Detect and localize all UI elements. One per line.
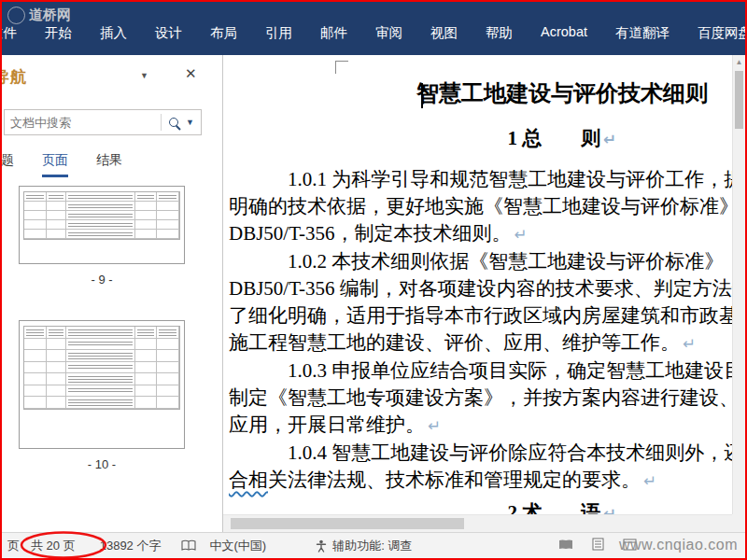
thumbnail-cell [24, 385, 47, 398]
text-cursor [421, 83, 423, 108]
thumbnail-cell [135, 192, 158, 202]
thumbnail-table [23, 191, 180, 240]
nav-tab-结果[interactable]: 结果 [96, 152, 122, 177]
read-mode-icon[interactable] [558, 539, 573, 553]
search-input[interactable] [5, 116, 161, 130]
thumbnail-cell [47, 230, 66, 239]
ribbon-tab-bar: 文件开始插入设计布局引用邮件审阅视图帮助Acrobat有道翻译百度网盘 [0, 20, 747, 49]
ribbon-tab-百度网盘[interactable]: 百度网盘 [684, 20, 747, 49]
thumbnail-cell [157, 327, 179, 339]
margin-crop-mark [335, 61, 348, 74]
thumbnail-cell [135, 220, 158, 230]
thumbnail-cell [24, 362, 47, 374]
thumbnail-cell [157, 397, 179, 409]
thumbnail-cell [47, 385, 66, 398]
doc-line: DBJ50/T-356 编制，对各项建设内容的技术要求、判定方法进行 [229, 275, 732, 302]
horizontal-scrollbar-thumb[interactable] [231, 518, 464, 529]
thumbnail-cell [24, 202, 47, 211]
word-window: 文件开始插入设计布局引用邮件审阅视图帮助Acrobat有道翻译百度网盘 道桥网 … [0, 0, 747, 560]
doc-line: 1 总 则↵ [229, 124, 732, 153]
doc-line: 制定《智慧工地专项建设方案》，并按方案内容进行建设、评价 [229, 385, 732, 412]
chevron-down-icon[interactable]: ▼ [140, 71, 148, 80]
thumbnail-cell [24, 327, 47, 339]
thumbnail-cell [66, 211, 135, 220]
doc-line: 1.0.3 申报单位应结合项目实际，确定智慧工地建设目标， [229, 357, 732, 385]
search-icon[interactable] [162, 118, 186, 127]
nav-tab-标题[interactable]: 标题 [2, 152, 14, 177]
vertical-scrollbar[interactable]: ▲ [732, 55, 745, 514]
thumbnail-cell [135, 211, 158, 220]
thumbnail-cell [47, 192, 66, 202]
accessibility-icon[interactable] [315, 539, 328, 553]
document-text: 智慧工地建设与评价技术细则1 总 则↵1.0.1 为科学引导和规范智慧工地建设与… [229, 77, 732, 514]
search-box[interactable]: ▼ [4, 109, 202, 135]
thumbnail-cell [135, 373, 158, 385]
status-page-count[interactable]: 共 20 页 [31, 538, 76, 554]
thumbnail-cell [157, 230, 179, 239]
thumbnail-cell [24, 230, 47, 239]
thumbnail-cell [66, 192, 135, 202]
search-dropdown-icon[interactable]: ▼ [186, 118, 201, 127]
thumbnail-cell [66, 202, 135, 211]
thumbnail-page-label: - 9 - [19, 273, 185, 287]
thumbnail-cell [157, 373, 179, 385]
thumbnail-cell [66, 230, 135, 239]
doc-line: 1.0.2 本技术细则依据《智慧工地建设与评价标准》 [229, 248, 732, 275]
status-accessibility[interactable]: 辅助功能: 调查 [332, 538, 412, 554]
thumbnail-cell [135, 350, 158, 362]
thumbnail-cell [66, 362, 135, 374]
nav-tab-页面[interactable]: 页面 [42, 152, 68, 177]
thumbnail-cell [24, 350, 47, 362]
ribbon-tab-设计[interactable]: 设计 [141, 20, 196, 49]
proofing-icon[interactable] [181, 539, 196, 553]
ribbon-tab-布局[interactable]: 布局 [196, 20, 251, 49]
print-layout-icon[interactable] [592, 538, 604, 553]
spellcheck-underline: 合相 [229, 469, 268, 491]
thumbnail-cell [135, 339, 158, 351]
document-page[interactable]: 智慧工地建设与评价技术细则1 总 则↵1.0.1 为科学引导和规范智慧工地建设与… [223, 55, 732, 514]
ribbon-tab-Acrobat[interactable]: Acrobat [527, 20, 601, 49]
thumbnail-cell [24, 339, 47, 351]
vertical-scrollbar-thumb[interactable] [735, 71, 743, 129]
paragraph-mark: ↵ [603, 130, 616, 148]
thumbnail-cell [47, 373, 66, 385]
thumbnail-cell [66, 397, 135, 409]
ribbon-tab-视图[interactable]: 视图 [416, 20, 472, 49]
status-language[interactable]: 中文(中国) [209, 538, 266, 554]
thumbnail-cell [135, 397, 158, 409]
document-area: 智慧工地建设与评价技术细则1 总 则↵1.0.1 为科学引导和规范智慧工地建设与… [223, 55, 732, 514]
thumbnail-cell [66, 339, 135, 351]
watermark-text: 道桥网 [29, 7, 71, 24]
ribbon-tab-引用[interactable]: 引用 [251, 20, 306, 49]
thumbnail-cell [47, 220, 66, 230]
thumbnail-cell [135, 202, 158, 211]
thumbnail-page-label: - 10 - [19, 457, 185, 471]
thumbnail-cell [24, 397, 47, 409]
watermark-url: www.cnqiao.com [619, 537, 738, 553]
doc-line: 1.0.4 智慧工地建设与评价除应符合本技术细则外，还应符 [229, 440, 732, 467]
thumbnail-cell [24, 220, 47, 230]
thumbnail-cell [24, 192, 47, 202]
thumbnail-cell [157, 385, 179, 398]
horizontal-scrollbar[interactable] [223, 514, 732, 532]
thumbnail-cell [135, 230, 158, 239]
scroll-up-icon[interactable]: ▲ [733, 55, 745, 69]
ribbon-tab-帮助[interactable]: 帮助 [472, 20, 527, 49]
page-thumbnail[interactable] [19, 186, 185, 264]
thumbnail-cell [66, 373, 135, 385]
ribbon-tab-审阅[interactable]: 审阅 [361, 20, 416, 49]
thumbnail-cell [47, 339, 66, 351]
thumbnail-cell [157, 350, 179, 362]
thumbnail-cell [47, 362, 66, 374]
scrollbar-corner [732, 514, 745, 532]
status-page-partial[interactable]: 页 [7, 538, 20, 554]
thumbnail-cell [66, 385, 135, 398]
thumbnail-cell [47, 327, 66, 339]
ribbon-tab-有道翻译[interactable]: 有道翻译 [601, 20, 684, 49]
close-icon[interactable]: ✕ [185, 65, 197, 82]
ribbon-tab-插入[interactable]: 插入 [86, 20, 141, 49]
paragraph-mark: ↵ [428, 416, 441, 435]
page-thumbnail[interactable] [19, 320, 185, 449]
status-word-count[interactable]: 13892 个字 [100, 538, 162, 554]
ribbon-tab-邮件[interactable]: 邮件 [306, 20, 361, 49]
